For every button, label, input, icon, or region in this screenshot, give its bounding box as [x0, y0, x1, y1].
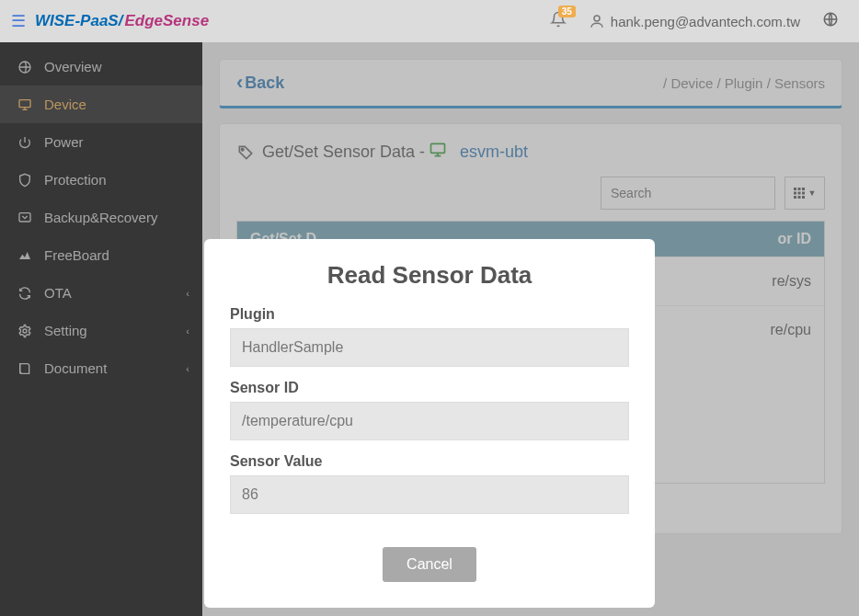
sensor-value-label: Sensor Value	[230, 453, 629, 470]
sensor-id-label: Sensor ID	[230, 380, 629, 396]
topbar: ☰ WISE-PaaS/EdgeSense 35 hank.peng@advan…	[0, 0, 859, 42]
user-email: hank.peng@advantech.com.tw	[611, 14, 800, 29]
brand-left: WISE-PaaS	[35, 12, 119, 30]
cancel-button[interactable]: Cancel	[383, 547, 476, 582]
svg-point-0	[594, 16, 600, 21]
menu-toggle[interactable]: ☰	[11, 11, 26, 31]
notification-badge: 35	[558, 6, 576, 17]
sensor-value-field[interactable]	[230, 475, 629, 514]
plugin-field[interactable]	[230, 328, 629, 367]
brand-right: EdgeSense	[124, 12, 209, 30]
user-menu[interactable]: hank.peng@advantech.com.tw	[589, 13, 800, 29]
plugin-label: Plugin	[230, 306, 629, 323]
sensor-id-field[interactable]	[230, 402, 629, 440]
read-sensor-modal: Read Sensor Data Plugin Sensor ID Sensor…	[204, 239, 655, 608]
modal-title: Read Sensor Data	[230, 261, 629, 290]
globe-icon[interactable]	[822, 11, 839, 32]
bell-icon[interactable]: 35	[550, 11, 567, 32]
brand-logo: WISE-PaaS/EdgeSense	[35, 12, 209, 30]
